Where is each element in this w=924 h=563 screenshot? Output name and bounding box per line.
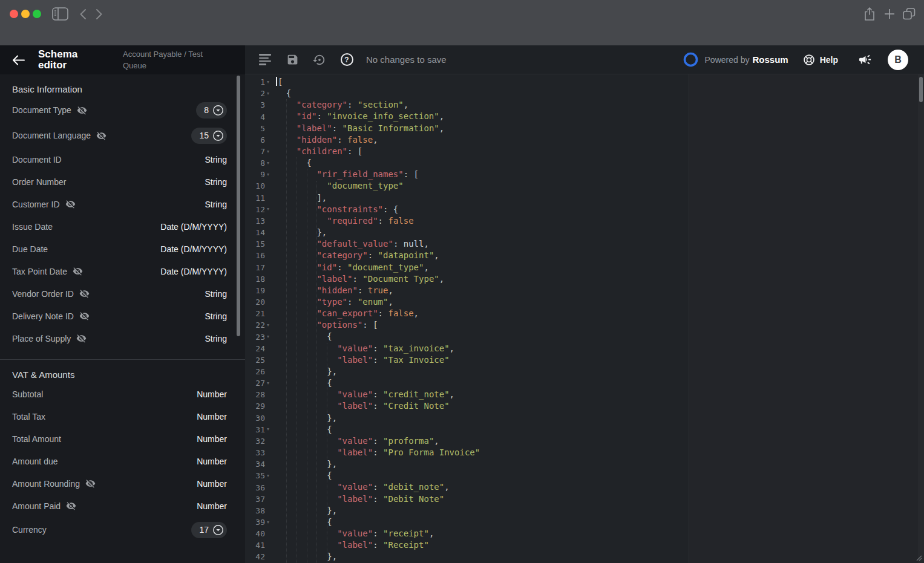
- field-row[interactable]: Document Language15: [12, 123, 227, 148]
- zoom-window-button[interactable]: [33, 10, 41, 18]
- field-count-badge[interactable]: 15: [191, 128, 227, 144]
- eye-off-icon: [76, 333, 87, 343]
- line-number: 21: [245, 309, 265, 318]
- minimize-window-button[interactable]: [21, 10, 30, 18]
- field-row[interactable]: Order NumberString: [12, 171, 227, 193]
- line-number: 7: [245, 147, 265, 156]
- code-line: {: [276, 157, 689, 169]
- help-button[interactable]: Help: [803, 54, 838, 66]
- fold-toggle-icon[interactable]: ▾: [265, 474, 275, 478]
- section-title: Basic Information: [12, 84, 227, 97]
- code-line: {: [276, 424, 689, 435]
- tab-overview-icon[interactable]: [903, 8, 916, 20]
- json-code-editor[interactable]: 1▾2▾34567▾8▾9▾101112▾1314151617181920212…: [245, 74, 689, 563]
- line-number: 27: [245, 379, 265, 388]
- code-line: {: [276, 516, 689, 528]
- fold-toggle-icon[interactable]: ▾: [265, 520, 275, 525]
- help-hint-button[interactable]: ?: [340, 53, 353, 67]
- line-number: 8: [245, 158, 265, 168]
- fold-toggle-icon[interactable]: ▾: [265, 80, 275, 85]
- field-label: Delivery Note ID: [12, 311, 74, 321]
- line-number: 41: [245, 541, 265, 550]
- field-row[interactable]: Document IDString: [12, 148, 227, 171]
- line-number: 38: [245, 506, 265, 515]
- line-number: 29: [245, 402, 265, 411]
- close-window-button[interactable]: [10, 10, 18, 18]
- field-label: Amount Rounding: [12, 479, 80, 489]
- fold-toggle-icon[interactable]: ▾: [265, 323, 275, 328]
- field-row[interactable]: Vendor Order IDString: [12, 282, 227, 305]
- field-count-badge[interactable]: 17: [191, 522, 227, 538]
- field-count-badge[interactable]: 8: [196, 102, 227, 119]
- fold-toggle-icon[interactable]: ▾: [265, 91, 275, 96]
- code-line: },: [276, 366, 689, 377]
- field-row[interactable]: Total TaxNumber: [12, 405, 227, 428]
- field-type: Number: [197, 389, 227, 399]
- user-avatar[interactable]: B: [888, 50, 908, 70]
- resize-grip-icon[interactable]: [915, 554, 922, 561]
- fold-toggle-icon[interactable]: ▾: [265, 207, 275, 212]
- line-number: 4: [245, 112, 265, 122]
- section-divider: [0, 359, 245, 360]
- field-row[interactable]: Customer IDString: [12, 193, 227, 215]
- field-row[interactable]: Amount PaidNumber: [12, 495, 227, 517]
- code-line: "label": "Basic Information",: [276, 123, 689, 134]
- line-number: 28: [245, 390, 265, 399]
- field-type: Number: [197, 479, 227, 489]
- field-row[interactable]: Delivery Note IDString: [12, 305, 227, 327]
- code-line: "id": "invoice_info_section",: [276, 111, 689, 122]
- chevron-down-circle-icon: [212, 105, 224, 116]
- code-line: "category": "datapoint",: [276, 250, 689, 261]
- field-row[interactable]: Due DateDate (D/M/YYYY): [12, 238, 227, 260]
- line-number: 6: [245, 135, 265, 145]
- badge-count: 15: [199, 131, 209, 140]
- field-row[interactable]: Issue DateDate (D/M/YYYY): [12, 215, 227, 238]
- indent-guide: [307, 169, 307, 563]
- code-line: "id": "document_type",: [276, 262, 689, 273]
- sidebar-scrollbar[interactable]: [237, 76, 240, 336]
- fold-toggle-icon[interactable]: ▾: [265, 149, 275, 154]
- field-row[interactable]: Total AmountNumber: [12, 428, 227, 450]
- chevron-down-circle-icon: [212, 524, 224, 536]
- app-window: Schema editor Account Payable / Test Que…: [0, 45, 924, 563]
- new-tab-icon[interactable]: [884, 8, 895, 19]
- window-scrollbar-thumb[interactable]: [919, 77, 923, 102]
- field-row[interactable]: Amount RoundingNumber: [12, 472, 227, 495]
- share-icon[interactable]: [863, 7, 876, 22]
- format-code-button[interactable]: [258, 53, 272, 67]
- field-row[interactable]: Currency17: [12, 517, 227, 542]
- line-number: 18: [245, 275, 265, 284]
- announcements-button[interactable]: [858, 53, 872, 67]
- code-line: "value": "debit_note",: [276, 481, 689, 493]
- field-row[interactable]: Document Type8: [12, 97, 227, 123]
- code-line: "hidden": true,: [276, 285, 689, 296]
- line-number: 31: [245, 425, 265, 434]
- fold-toggle-icon[interactable]: ▾: [265, 427, 275, 432]
- restore-history-button[interactable]: [313, 53, 326, 67]
- line-number: 26: [245, 367, 265, 376]
- back-button[interactable]: [12, 55, 25, 65]
- history-forward-icon[interactable]: [96, 8, 103, 20]
- code-line: },: [276, 458, 689, 470]
- fold-toggle-icon[interactable]: ▾: [265, 334, 275, 339]
- field-row[interactable]: Amount dueNumber: [12, 450, 227, 472]
- toggle-sidebar-icon[interactable]: [52, 7, 68, 21]
- field-row[interactable]: Tax Point DateDate (D/M/YYYY): [12, 260, 227, 282]
- field-type: Number: [197, 501, 227, 511]
- code-line: ],: [276, 192, 689, 204]
- field-row[interactable]: SubtotalNumber: [12, 383, 227, 405]
- fold-toggle-icon[interactable]: ▾: [265, 381, 275, 386]
- field-type: String: [205, 289, 227, 299]
- history-back-icon[interactable]: [79, 8, 87, 20]
- code-line: "constraints": {: [276, 204, 689, 215]
- code-line: {: [276, 377, 689, 389]
- field-label: Document Type: [12, 105, 71, 115]
- line-number: 5: [245, 124, 265, 133]
- fold-toggle-icon[interactable]: ▾: [265, 161, 275, 166]
- line-number: 40: [245, 529, 265, 538]
- editor-gutter: 1▾2▾34567▾8▾9▾101112▾1314151617181920212…: [245, 76, 274, 563]
- editor-toolbar: ? No changes to save Powered by Rossum: [245, 45, 924, 74]
- field-row[interactable]: Place of SupplyString: [12, 327, 227, 350]
- fold-toggle-icon[interactable]: ▾: [265, 172, 275, 177]
- save-button[interactable]: [286, 53, 299, 67]
